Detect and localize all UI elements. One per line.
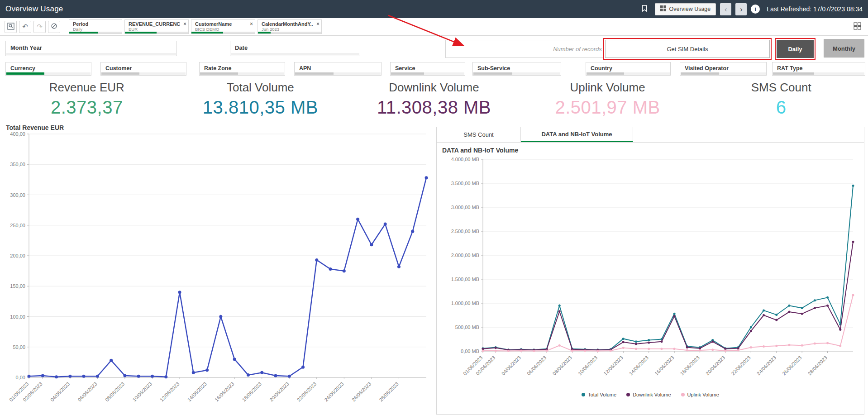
filter-scrollbar[interactable] (681, 72, 766, 75)
filter-customer[interactable]: Customer (100, 62, 186, 76)
filter-rat-type[interactable]: RAT Type (772, 62, 865, 76)
dashboard: Overview Usage Overview Usage ‹ › i Last (0, 0, 868, 420)
svg-text:18/06/2023: 18/06/2023 (679, 355, 701, 376)
bookmark-icon (642, 5, 647, 13)
daily-button[interactable]: Daily (777, 40, 814, 58)
svg-text:20/06/2023: 20/06/2023 (268, 381, 290, 402)
filter-scrollbar[interactable] (6, 72, 91, 75)
kpi-revenue: Revenue EUR 2.373,37 (0, 81, 174, 118)
info-button[interactable]: i (751, 5, 760, 14)
last-refreshed-text: Last Refreshed: 17/07/2023 08:34 (767, 5, 863, 13)
svg-text:2.000,00 MB: 2.000,00 MB (451, 253, 479, 258)
legend-marker (681, 393, 685, 396)
kpi-uplink-volume: Uplink Volume 2.501,97 MB (521, 81, 695, 118)
filter-visited-operator[interactable]: Visited Operator (680, 62, 767, 76)
svg-text:16/06/2023: 16/06/2023 (214, 381, 235, 402)
filter-scrollbar[interactable] (587, 72, 670, 75)
undo-icon: ↶ (22, 23, 28, 31)
filter-scrollbar[interactable] (773, 72, 864, 75)
kpi-value: 2.373,37 (0, 97, 174, 118)
svg-text:250,00: 250,00 (10, 223, 25, 228)
clear-selections-button[interactable] (48, 21, 60, 33)
volume-chart-title: DATA and NB-IoT Volume (442, 147, 864, 154)
svg-text:14/06/2023: 14/06/2023 (628, 355, 649, 376)
svg-text:18/06/2023: 18/06/2023 (241, 381, 262, 402)
filter-service[interactable]: Service (390, 62, 465, 76)
chip-value: EUR (129, 27, 180, 32)
get-sim-details-annotation: Get SIM Details (603, 38, 772, 60)
chip-selection-bar (191, 32, 255, 33)
close-icon[interactable]: × (183, 21, 186, 27)
chip-value: BICS DEMO (195, 27, 247, 32)
chevron-left-icon: ‹ (725, 5, 727, 13)
selection-chip-customer-name[interactable]: CustomerName BICS DEMO × (191, 19, 255, 34)
close-icon[interactable]: × (250, 21, 253, 27)
svg-text:3.500,00 MB: 3.500,00 MB (451, 181, 479, 186)
filter-scrollbar[interactable] (6, 53, 176, 55)
filter-currency[interactable]: Currency (5, 62, 91, 76)
top-bar: Overview Usage Overview Usage ‹ › i Last (0, 0, 868, 18)
svg-text:14/06/2023: 14/06/2023 (186, 381, 208, 402)
step-forward-button[interactable]: ↷ (33, 21, 46, 33)
svg-text:28/06/2023: 28/06/2023 (807, 355, 828, 376)
selection-chip-revenue-currency[interactable]: REVENUE_CURRENCY EUR × (124, 19, 189, 34)
kpi-label: Downlink Volume (347, 81, 521, 95)
svg-text:04/06/2023: 04/06/2023 (501, 355, 522, 376)
filter-month-year[interactable]: Month Year (5, 41, 177, 56)
tab-sms-count[interactable]: SMS Count (437, 127, 521, 142)
selection-chip-period[interactable]: Period Daily (69, 19, 122, 34)
svg-text:16/06/2023: 16/06/2023 (653, 355, 675, 376)
svg-text:26/06/2023: 26/06/2023 (351, 381, 372, 402)
selections-search-icon (7, 23, 14, 31)
close-icon[interactable]: × (316, 21, 320, 27)
revenue-line-chart[interactable]: 0,0050,00100,00150,00200,00250,00300,003… (4, 131, 433, 416)
legend-item-total-volume[interactable]: Total Volume (582, 392, 616, 397)
chip-value: Jun 2023 (262, 27, 313, 32)
get-sim-details-button[interactable]: Get SIM Details (605, 40, 770, 58)
svg-text:1.500,00 MB: 1.500,00 MB (451, 277, 479, 282)
legend-label: Uplink Volume (687, 392, 719, 397)
svg-text:22/06/2023: 22/06/2023 (730, 355, 751, 376)
svg-text:22/06/2023: 22/06/2023 (296, 381, 317, 402)
filter-scrollbar[interactable] (231, 53, 359, 55)
filter-sub-service[interactable]: Sub-Service (472, 62, 561, 76)
filter-date[interactable]: Date (230, 41, 360, 56)
sheet-selector-button[interactable]: Overview Usage (655, 3, 716, 15)
page-title: Overview Usage (5, 5, 63, 14)
selections-tool-button[interactable] (5, 21, 17, 33)
svg-text:100,00: 100,00 (10, 314, 25, 320)
kpi-label: Revenue EUR (0, 81, 174, 95)
filter-scrollbar[interactable] (295, 72, 381, 75)
selection-chip-calendar-month[interactable]: CalendarMonthAndY... Jun 2023 × (258, 19, 322, 34)
selections-toolbar: ↶ ↷ Period Daily REVENUE_CURRENCY EUR × (0, 18, 868, 36)
next-sheet-button[interactable]: › (735, 3, 747, 15)
info-icon: i (755, 6, 756, 12)
legend-label: Total Volume (588, 392, 616, 397)
legend-item-downlink-volume[interactable]: Downlink Volume (626, 392, 671, 397)
filter-scrollbar[interactable] (391, 72, 464, 75)
tab-data-nbiot-volume[interactable]: DATA and NB-IoT Volume (521, 127, 633, 142)
svg-text:200,00: 200,00 (10, 253, 25, 258)
svg-text:400,00: 400,00 (10, 131, 25, 137)
legend-item-uplink-volume[interactable]: Uplink Volume (681, 392, 719, 397)
filter-rate-zone[interactable]: Rate Zone (199, 62, 285, 76)
revenue-chart-title: Total Revenue EUR (6, 124, 433, 131)
filter-scrollbar[interactable] (101, 72, 186, 75)
svg-text:0,00: 0,00 (16, 375, 25, 380)
app-grid-button[interactable] (851, 21, 863, 33)
monthly-button[interactable]: Monthly (824, 39, 864, 57)
volume-line-chart[interactable]: 0,00 MB500,00 MB1.000,00 MB1.500,00 MB2.… (439, 154, 859, 389)
svg-text:12/06/2023: 12/06/2023 (602, 355, 624, 376)
svg-text:10/06/2023: 10/06/2023 (131, 381, 153, 402)
filter-scrollbar[interactable] (200, 72, 284, 75)
revenue-chart-panel: Total Revenue EUR 0,0050,00100,00150,002… (4, 124, 433, 418)
svg-text:04/06/2023: 04/06/2023 (49, 381, 71, 402)
step-back-button[interactable]: ↶ (19, 21, 31, 33)
svg-text:150,00: 150,00 (10, 283, 25, 289)
bookmark-button[interactable] (638, 3, 651, 15)
prev-sheet-button[interactable]: ‹ (720, 3, 731, 15)
filter-apn[interactable]: APN (294, 62, 382, 76)
svg-text:4.000,00 MB: 4.000,00 MB (451, 157, 479, 162)
filter-country[interactable]: Country (586, 62, 671, 76)
filter-scrollbar[interactable] (473, 72, 560, 75)
